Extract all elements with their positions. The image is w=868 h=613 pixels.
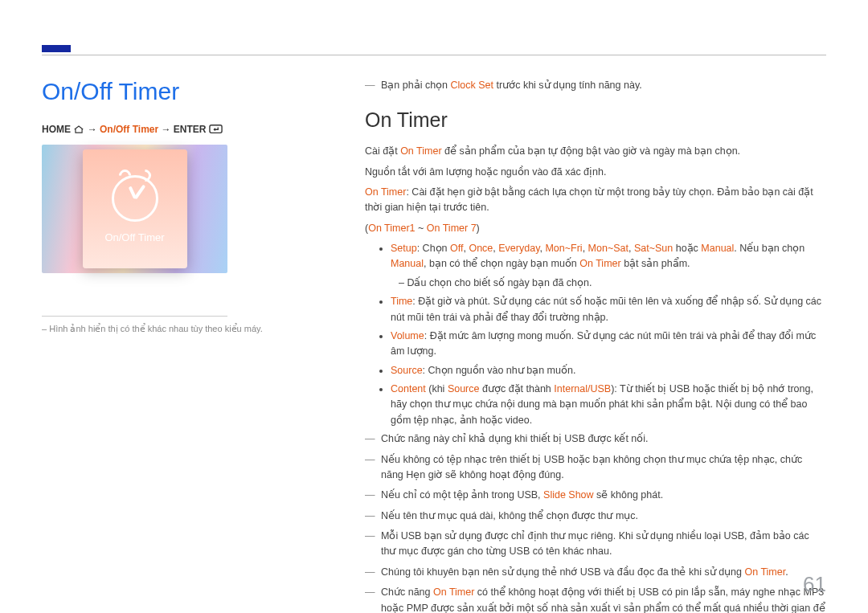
thumbnail-label: On/Off Timer xyxy=(104,231,164,243)
section-heading-on-timer: On Timer xyxy=(365,104,826,136)
breadcrumb: HOME → On/Off Timer → ENTER xyxy=(42,124,223,135)
source-item: Source: Chọn nguồn vào như bạn muốn. xyxy=(391,363,826,378)
main-content: ― Bạn phải chọn Clock Set trước khi sử d… xyxy=(365,78,826,613)
divider xyxy=(42,316,227,317)
time-item: Time: Đặt giờ và phút. Sử dụng các nút s… xyxy=(391,294,826,325)
thumbnail: On/Off Timer xyxy=(42,145,227,273)
page-title: On/Off Timer xyxy=(42,78,179,105)
volume-item: Volume: Đặt mức âm lượng mong muốn. Sử d… xyxy=(391,329,826,360)
top-rule xyxy=(42,55,826,55)
content-item: Content (khi Source được đặt thành Inter… xyxy=(391,382,826,428)
breadcrumb-home: HOME xyxy=(42,124,71,135)
dash-icon: ― xyxy=(365,78,381,93)
caption: – Hình ảnh hiển thị có thể khác nhau tùy… xyxy=(42,324,263,334)
tab-marker xyxy=(42,45,71,52)
home-icon xyxy=(73,125,84,134)
breadcrumb-enter: ENTER xyxy=(174,124,207,135)
breadcrumb-mid: On/Off Timer xyxy=(100,124,158,135)
page-number: 61 xyxy=(803,572,826,597)
clock-icon xyxy=(112,175,158,222)
setup-item: Setup: Chọn Off, Once, Everyday, Mon~Fri… xyxy=(391,241,826,272)
enter-icon xyxy=(209,125,223,133)
